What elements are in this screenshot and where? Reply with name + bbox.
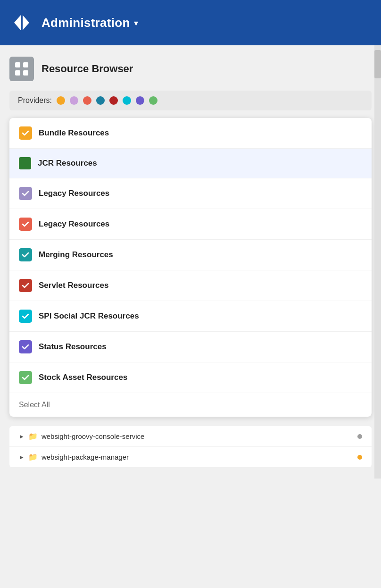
scrollbar-track[interactable] (374, 45, 381, 479)
item-label-jcr-resources: JCR Resources (38, 159, 97, 168)
header-chevron-icon[interactable]: ▾ (134, 18, 138, 28)
checkbox-spi-social-jcr-resources[interactable] (19, 310, 32, 323)
provider-dot-5[interactable] (123, 96, 131, 105)
tree-expand-icon-package-manager[interactable]: ► (19, 454, 25, 461)
checkbox-merging-resources[interactable] (19, 248, 32, 261)
list-item[interactable]: Servlet Resources (9, 270, 372, 301)
item-label-servlet-resources: Servlet Resources (39, 281, 108, 290)
tree-item-package-manager[interactable]: ► 📁 websight-package-manager (9, 447, 372, 467)
provider-dot-2[interactable] (83, 96, 91, 105)
list-item[interactable]: Status Resources (9, 332, 372, 362)
checkbox-bundle-resources[interactable] (19, 126, 32, 140)
list-item[interactable]: Bundle Resources (9, 118, 372, 149)
svg-rect-3 (23, 62, 28, 67)
file-tree: ► 📁 websight-groovy-console-service ► 📁 … (9, 426, 372, 467)
checkbox-status-resources[interactable] (19, 340, 32, 353)
item-label-stock-asset-resources: Stock Asset Resources (39, 373, 127, 382)
list-item[interactable]: Legacy Resources (9, 209, 372, 240)
header-title-group[interactable]: Administration ▾ (41, 16, 138, 30)
svg-rect-2 (15, 62, 20, 67)
list-item[interactable]: Stock Asset Resources (9, 362, 372, 393)
list-item[interactable]: Legacy Resources (9, 178, 372, 209)
resource-browser-title: Resource Browser (41, 63, 133, 75)
tree-expand-icon-groovy[interactable]: ► (19, 433, 25, 440)
item-label-legacy-resources-2: Legacy Resources (39, 219, 109, 229)
select-all-item[interactable]: Select All (9, 393, 372, 417)
list-item[interactable]: Merging Resources (9, 240, 372, 270)
svg-rect-5 (23, 70, 28, 76)
item-label-status-resources: Status Resources (39, 342, 107, 352)
svg-marker-1 (23, 15, 29, 30)
scrollbar-thumb[interactable] (374, 50, 381, 78)
checkbox-stock-asset-resources[interactable] (19, 371, 32, 384)
provider-dot-3[interactable] (96, 96, 105, 105)
app-title: Administration (41, 16, 130, 30)
app-logo[interactable] (9, 10, 34, 35)
provider-dot-6[interactable] (136, 96, 144, 105)
providers-bar: Providers: (9, 91, 372, 110)
tree-dot-package-manager (357, 455, 362, 460)
checkbox-legacy-resources-1[interactable] (19, 187, 32, 200)
checkbox-legacy-resources-2[interactable] (19, 218, 32, 231)
item-label-legacy-resources-1: Legacy Resources (39, 189, 109, 198)
select-all-label[interactable]: Select All (19, 401, 50, 409)
tree-label-package-manager: websight-package-manager (41, 453, 354, 461)
provider-dot-1[interactable] (70, 96, 78, 105)
resource-browser-icon (9, 57, 34, 81)
item-label-spi-social-jcr-resources: SPI Social JCR Resources (39, 311, 139, 321)
provider-dot-7[interactable] (149, 96, 157, 105)
providers-label: Providers: (18, 96, 52, 105)
svg-marker-0 (14, 15, 21, 30)
list-item[interactable]: JCR Resources (9, 149, 372, 178)
checkbox-jcr-resources[interactable] (19, 157, 31, 169)
resource-providers-dropdown: Bundle Resources JCR Resources Legacy Re… (9, 118, 372, 417)
folder-icon-package-manager: 📁 (28, 453, 38, 462)
list-item[interactable]: SPI Social JCR Resources (9, 301, 372, 332)
svg-rect-4 (15, 70, 20, 76)
app-header: Administration ▾ (0, 0, 381, 45)
tree-item-groovy[interactable]: ► 📁 websight-groovy-console-service (9, 426, 372, 447)
tree-dot-groovy (357, 434, 362, 439)
item-label-merging-resources: Merging Resources (39, 250, 113, 260)
tree-label-groovy: websight-groovy-console-service (41, 432, 354, 440)
resource-browser-header: Resource Browser (9, 57, 372, 81)
item-label-bundle-resources: Bundle Resources (39, 128, 109, 138)
provider-dot-0[interactable] (57, 96, 65, 105)
main-content: Resource Browser Providers: Bundle Resou… (0, 45, 381, 479)
folder-icon-groovy: 📁 (28, 432, 38, 441)
checkbox-servlet-resources[interactable] (19, 279, 32, 292)
provider-dot-4[interactable] (109, 96, 118, 105)
